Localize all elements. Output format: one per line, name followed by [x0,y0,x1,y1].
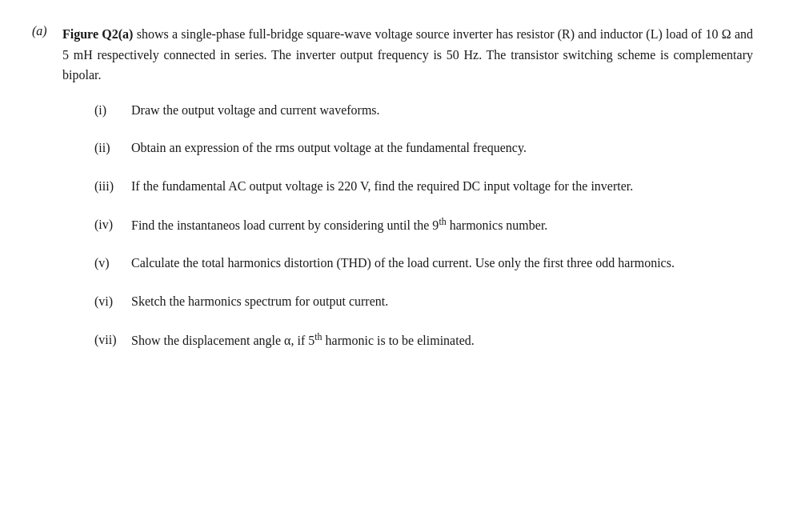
sub-questions: (i) Draw the output voltage and current … [62,100,753,351]
label-a: (a) [32,24,47,38]
figure-ref: Figure Q2(a) [62,27,133,41]
main-content: (a) Figure Q2(a) shows a single-phase fu… [32,24,753,369]
question-block: (a) Figure Q2(a) shows a single-phase fu… [32,24,753,369]
question-body: Figure Q2(a) shows a single-phase full-b… [62,24,753,369]
question-intro: Figure Q2(a) shows a single-phase full-b… [62,24,753,86]
sub-label-vii: (vii) [94,330,131,351]
sub-question-vi: (vi) Sketch the harmonics spectrum for o… [94,291,753,312]
sub-question-iv: (iv) Find the instantaneos load current … [94,214,753,236]
sub-question-vii: (vii) Show the displacement angle α, if … [94,330,753,351]
sub-label-iii: (iii) [94,176,131,197]
sub-label-ii: (ii) [94,138,131,158]
sub-label-vi: (vi) [94,291,131,312]
sub-label-iv: (iv) [94,214,131,236]
sub-question-iii: (iii) If the fundamental AC output volta… [94,176,753,197]
sub-text-vi: Sketch the harmonics spectrum for output… [131,291,753,312]
sub-text-v: Calculate the total harmonics distortion… [131,253,753,274]
sub-text-i: Draw the output voltage and current wave… [131,100,753,121]
sub-label-v: (v) [94,253,131,274]
sup-5th: th [314,331,322,342]
question-label: (a) [32,24,62,369]
sub-label-i: (i) [94,100,131,121]
sub-text-iv: Find the instantaneos load current by co… [131,214,753,236]
intro-text: shows a single-phase full-bridge square-… [62,27,753,82]
sub-question-v: (v) Calculate the total harmonics distor… [94,253,753,274]
sub-question-ii: (ii) Obtain an expression of the rms out… [94,138,753,158]
sub-text-vii: Show the displacement angle α, if 5th ha… [131,330,753,351]
sub-text-iii: If the fundamental AC output voltage is … [131,176,753,197]
sub-text-ii: Obtain an expression of the rms output v… [131,138,753,158]
sub-question-i: (i) Draw the output voltage and current … [94,100,753,121]
sup-9th: th [439,216,446,227]
